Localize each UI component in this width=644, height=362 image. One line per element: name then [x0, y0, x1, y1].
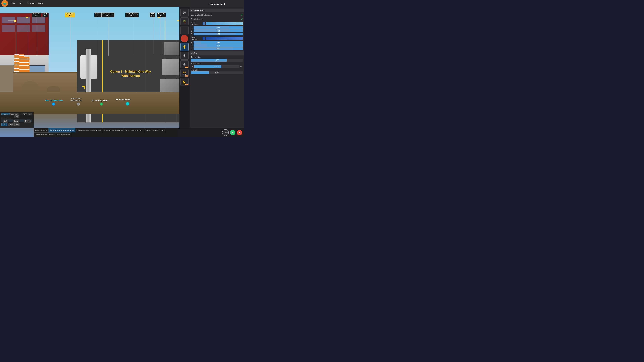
sign-sidewalk-6ft: Sidewalk6 ft — [32, 12, 41, 17]
sign-pole-commonlane — [108, 16, 108, 56]
menu-license[interactable]: License — [25, 0, 36, 7]
enable-clouds-label: Enable Clouds — [191, 18, 203, 20]
record-button[interactable]: ⏺ — [237, 130, 242, 135]
outer-gradient-swatch[interactable] — [202, 37, 205, 40]
label-water-main-old: Water Main(Abandoned) — [70, 97, 82, 101]
sign-pole-barrier — [98, 16, 98, 56]
sign-barrier-3ft: Barrier3 ft — [94, 12, 102, 17]
inner-gradient-swatch[interactable] — [202, 22, 205, 25]
inner-b-val: 0.85 — [216, 33, 220, 35]
map-view-tool[interactable]: 🗺 — [180, 9, 188, 17]
pro-settings-1[interactable]: ⚙PRO — [180, 60, 188, 68]
background-section-header[interactable]: Background — [190, 8, 244, 12]
intensity-bar[interactable]: 8.00 — [191, 71, 243, 74]
inner-b-row: B 0.85 — [191, 33, 243, 35]
outer-g-bar[interactable]: 0.27 — [194, 44, 243, 47]
inner-b-label: B — [191, 33, 194, 35]
right-panel: Environment Background Use Gradient Back… — [190, 0, 244, 137]
outer-b-val: 0.80 — [216, 48, 220, 50]
underground-section: New 12" Water Main Water Main(Abandoned)… — [0, 92, 190, 114]
svg-point-2 — [4, 2, 5, 3]
clock-hand-minute — [226, 132, 228, 133]
outer-g-val: 0.27 — [216, 45, 220, 46]
play-button[interactable]: ▶ — [230, 130, 236, 135]
orbit-btn[interactable]: Orbit — [8, 123, 14, 126]
menu-edit[interactable]: Edit — [17, 0, 25, 7]
sun-rotation-right[interactable]: ► — [240, 65, 243, 68]
label-water-main-new: New 12" Water Main — [45, 99, 63, 101]
view-nav-top: Top — [0, 115, 34, 119]
outer-gradient-bar[interactable] — [206, 37, 243, 40]
svg-point-3 — [184, 46, 186, 48]
sun-rotation-label: Sun Rotation — [191, 62, 206, 64]
outer-b-row: B 0.80 — [191, 47, 243, 50]
inner-r-bar[interactable]: 0.72 — [194, 26, 243, 29]
bottom-tabs: In-Place Roadway Water Main Replacement … — [34, 128, 190, 137]
enable-clouds-check[interactable]: ✓ — [241, 17, 243, 21]
inner-g-row: G 0.74 — [191, 29, 243, 32]
tab-water-main-opt1[interactable]: Water Main Replacement - Option 1 — [49, 128, 76, 132]
tab-sidewalk-opt1[interactable]: Sidewalk Removal - Option 1 — [144, 128, 166, 132]
sun-rotation-val: 333.40 — [194, 65, 240, 68]
inner-g-val: 0.74 — [216, 30, 220, 32]
view-nav-bottom: Left Front Right — [0, 119, 34, 123]
inner-g-label: G — [191, 30, 194, 32]
red-tool[interactable] — [181, 35, 188, 42]
sign-workzone: Work Zone25 ft — [65, 12, 75, 17]
enable-clouds-row: Enable Clouds ✓ — [191, 17, 243, 21]
measure-pro-tool[interactable]: 📐PRO — [180, 78, 188, 86]
sign-pole-angledparking — [133, 16, 134, 54]
env-panel: Environment Background Use Gradient Back… — [190, 0, 244, 137]
time-of-day-bar[interactable]: 16.65 — [191, 59, 243, 61]
inner-b-bar[interactable]: 0.85 — [194, 33, 243, 35]
svg-line-8 — [183, 45, 184, 46]
tab-water-main-opt2[interactable]: Water Main Replacement - Option 2 — [76, 128, 102, 132]
use-gradient-row: Use Gradient Background ✓ — [191, 13, 243, 16]
svg-line-11 — [183, 48, 184, 48]
tab-new-curbs[interactable]: New Curbs Asphalt Base — [124, 128, 144, 132]
top-view-btn[interactable]: Top — [14, 115, 19, 118]
clock-display — [222, 129, 229, 136]
tab-row-1: In-Place Roadway Water Main Replacement … — [34, 128, 190, 132]
vegetation-tool[interactable]: 🌴 — [180, 17, 188, 25]
time-of-day-row: Time of Day — [191, 56, 243, 58]
sun-environment-tool[interactable] — [180, 43, 188, 51]
sign-commonlane: Common Lane10 ft — [102, 12, 114, 17]
sun-rotation-track[interactable]: 333.40 — [194, 65, 240, 68]
tab-pavement-detour[interactable]: Pavement Removal - Detour — [102, 128, 124, 132]
menu-file[interactable]: File — [10, 0, 17, 7]
pan-btn[interactable]: Pan — [14, 123, 20, 126]
inner-gradient-bar[interactable] — [206, 22, 243, 25]
svg-line-9 — [186, 48, 186, 48]
left-view-btn[interactable]: Left — [3, 120, 8, 123]
sign-angledparking: Angled Parking16 ft — [126, 12, 138, 17]
inner-g-bar[interactable]: 0.74 — [194, 29, 243, 32]
sun-rotation-slider[interactable]: ◄ 333.40 ► — [191, 65, 243, 68]
outer-gradient-label: Outer Gradient — [191, 36, 202, 40]
construction-pro-tool[interactable]: 🚧PRO — [180, 69, 188, 77]
street-light-2 — [28, 17, 28, 66]
outer-r-row: R 0.15 — [191, 41, 243, 44]
intensity-label: Intensity — [191, 69, 243, 71]
use-gradient-check[interactable]: ✓ — [241, 13, 243, 16]
outer-g-label: G — [191, 44, 194, 46]
sun-rotation-row: Sun Rotation — [191, 62, 243, 64]
right-toolbar: 🗺 🌴 ⚙ ⚙PRO 🚧PRO 📐PRO — [180, 0, 190, 137]
front-view-btn[interactable]: Front — [13, 120, 19, 123]
pipe-sanitary — [100, 103, 103, 106]
road-scene: ⌃ ⌃ Sidewalk6 — [0, 7, 190, 122]
tab-final-improvement[interactable]: Final Improvement — [56, 132, 71, 137]
outer-b-bar[interactable]: 0.80 — [194, 47, 243, 50]
right-view-btn[interactable]: Right — [24, 120, 30, 123]
layers-tool[interactable] — [180, 26, 188, 34]
free-btn[interactable]: Free — [1, 123, 7, 126]
tab-sidewalk-opt2[interactable]: Sidewalk Removal - Option 2 — [34, 132, 56, 137]
sun-section-header[interactable]: Sun — [190, 51, 244, 55]
settings-cog-tool[interactable]: ⚙ — [180, 52, 188, 60]
sign-cg-2ft-1: C&G2 ft — [42, 12, 48, 17]
scene-option-label: Option 1 - Maintain One WayWith Parking — [110, 69, 151, 78]
tab-in-place-roadway[interactable]: In-Place Roadway — [34, 128, 49, 132]
menu-help[interactable]: Help — [36, 0, 45, 7]
outer-r-bar[interactable]: 0.15 — [194, 41, 243, 44]
sun-rotation-left[interactable]: ◄ — [191, 65, 194, 68]
